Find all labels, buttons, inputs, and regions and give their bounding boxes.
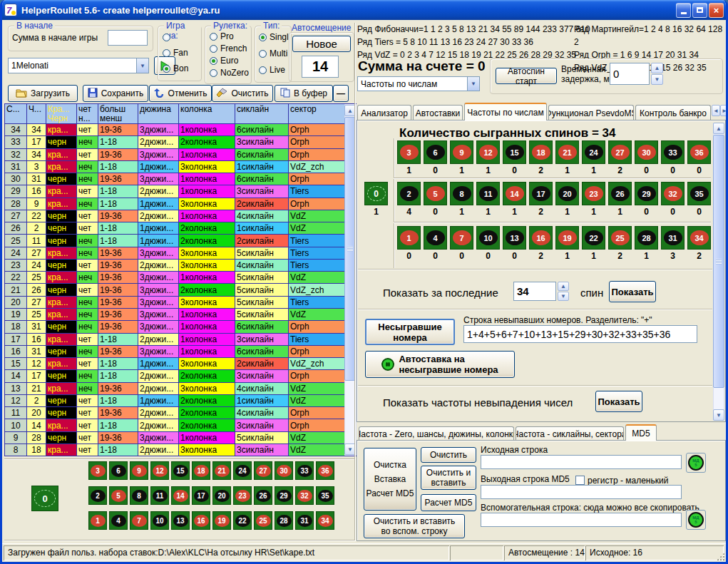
history-row[interactable]: 1631черннеч19-363дюжи...1колонка6сиклайн… [5, 346, 345, 358]
history-row[interactable]: 1014кра...чет1-182дюжи...2колонка3сиклай… [5, 419, 345, 431]
history-row[interactable]: 2027кра...неч19-363дюжи...3колонка5сикла… [5, 297, 345, 309]
history-row[interactable]: 2427кра...неч19-363дюжи...3колонка5сикла… [5, 247, 345, 260]
radio-option-live[interactable]: Live [259, 65, 291, 75]
number-cell-21[interactable]: 21 [555, 140, 579, 164]
autobet-missed-button[interactable]: Автоставка нанесыгравшие номера [365, 351, 515, 378]
tab-анализатор[interactable]: Анализатор [357, 105, 411, 121]
board-zero-cell[interactable]: 0 [31, 486, 58, 511]
open-folder-button[interactable]: Загрузить [8, 85, 78, 102]
history-row[interactable]: 818кра...чет1-182дюжи...3колонка3сиклайн… [5, 444, 345, 456]
number-cell-35[interactable]: 35 [687, 182, 711, 205]
tabs-scroll-right-icon[interactable]: ► [720, 105, 728, 116]
radio-option-nozero[interactable]: NoZero [210, 68, 251, 78]
board-cell-18[interactable]: 18 [192, 461, 210, 480]
history-row[interactable]: 1512кра...чет1-181дюжи...3колонка2сиклай… [5, 358, 345, 370]
tab-md5[interactable]: MD5 [625, 424, 657, 441]
board-cell-6[interactable]: 6 [109, 461, 128, 480]
number-cell-7[interactable]: 7 [450, 226, 473, 250]
history-row[interactable]: 2324чернчет19-362дюжи...3колонка4сиклайн… [5, 260, 345, 272]
preset-combobox[interactable]: 1Melonati ▼ [8, 58, 149, 73]
column-header-parity[interactable]: четн... [77, 104, 98, 124]
history-row[interactable]: 2722чернчет19-362дюжи...1колонка4сиклайн… [5, 210, 345, 222]
board-cell-24[interactable]: 24 [233, 461, 252, 480]
number-cell-16[interactable]: 16 [529, 226, 553, 250]
column-header-color[interactable]: Кра...Черн [46, 104, 77, 124]
radio-icon[interactable] [210, 57, 217, 65]
board-cell-14[interactable]: 14 [171, 486, 190, 505]
md5-calc-button[interactable]: Расчет MD5 [421, 494, 476, 511]
number-cell-27[interactable]: 27 [608, 140, 632, 164]
board-cell-35[interactable]: 35 [316, 486, 334, 505]
board-cell-9[interactable]: 9 [130, 461, 148, 480]
radio-option-bon[interactable]: Bon [163, 63, 201, 73]
spin-up-icon[interactable]: ▲ [651, 63, 663, 73]
board-cell-26[interactable]: 26 [254, 486, 272, 505]
column-header-sector[interactable]: сектор [289, 104, 345, 124]
column-header-range[interactable]: большменш [98, 104, 138, 124]
tab-частоты-по-числам[interactable]: Частоты по числам [464, 103, 547, 121]
board-cell-20[interactable]: 20 [212, 486, 231, 505]
number-cell-8[interactable]: 8 [450, 182, 473, 205]
missed-numbers-input[interactable] [463, 325, 697, 343]
radio-option-singl[interactable]: Singl [259, 32, 291, 42]
number-cell-20[interactable]: 20 [555, 182, 579, 205]
aux-string-input[interactable] [481, 513, 682, 527]
number-cell-23[interactable]: 23 [582, 182, 605, 205]
floppy-disk-button[interactable]: Сохранить [83, 85, 148, 102]
output-string-input[interactable] [481, 485, 682, 499]
board-cell-33[interactable]: 33 [295, 461, 314, 480]
spin-down-icon[interactable]: ▼ [651, 74, 663, 85]
number-cell-25[interactable]: 25 [608, 226, 632, 250]
radio-option-french[interactable]: French [210, 43, 251, 53]
scroll-up-icon[interactable]: ▲ [713, 123, 724, 134]
column-header-sixline[interactable]: сиклайн [235, 104, 289, 124]
number-cell-28[interactable]: 28 [635, 226, 658, 250]
radio-option-pro[interactable]: Pro [210, 31, 251, 41]
board-cell-10[interactable]: 10 [150, 511, 169, 530]
radio-option-euro[interactable]: Euro [210, 56, 251, 66]
history-row[interactable]: 3434кра...чет19-363дюжи...1колонка6сикла… [5, 124, 345, 136]
history-row[interactable]: 1321кра...неч19-362дюжи...3колонка4сикла… [5, 383, 345, 395]
md5-clear-and-paste-button[interactable]: Очистить и вставить [421, 466, 476, 490]
number-cell-17[interactable]: 17 [529, 182, 553, 205]
radio-icon[interactable] [210, 33, 217, 41]
history-row[interactable]: 2916кра...чет1-182дюжи...1колонка3сиклай… [5, 185, 345, 198]
close-button[interactable]: × [709, 3, 724, 18]
radio-icon[interactable] [210, 45, 217, 53]
start-sum-input[interactable] [108, 30, 148, 46]
radio-icon[interactable] [259, 50, 267, 58]
board-cell-12[interactable]: 12 [150, 461, 169, 480]
board-cell-4[interactable]: 4 [109, 511, 128, 530]
history-row[interactable]: 313кра...неч1-181дюжи...3колонка1сиклайн… [5, 161, 345, 173]
board-cell-17[interactable]: 17 [192, 486, 210, 505]
spin-down-icon[interactable]: ▼ [558, 292, 569, 301]
radio-option-multi[interactable]: Multi [259, 48, 291, 58]
tabs-scroll-left-icon[interactable]: ◄ [712, 105, 720, 116]
tab-контроль-банкро[interactable]: Контроль банкро [635, 105, 711, 121]
board-cell-28[interactable]: 28 [275, 511, 293, 530]
missed-numbers-button[interactable]: Несыгравшие номера [365, 319, 455, 345]
board-cell-23[interactable]: 23 [233, 486, 252, 505]
board-cell-30[interactable]: 30 [275, 461, 293, 480]
board-cell-29[interactable]: 29 [275, 486, 293, 505]
history-row[interactable]: 1925кра...неч19-363дюжи...1колонка5сикла… [5, 309, 345, 321]
source-string-input[interactable] [481, 455, 682, 469]
tab-freq-1[interactable]: Частота - сиклайны, сектора [516, 426, 624, 441]
number-cell-31[interactable]: 31 [661, 226, 685, 250]
board-cell-13[interactable]: 13 [171, 511, 190, 530]
board-cell-8[interactable]: 8 [130, 486, 148, 505]
tab-автоставки[interactable]: Автоставки [413, 105, 463, 121]
history-row[interactable]: 3234кра...чет19-363дюжи...1колонка6сикла… [5, 149, 345, 161]
md5-clear-paste-calc-button[interactable]: Очистка Вставка Расчет MD5 [364, 448, 416, 511]
board-cell-34[interactable]: 34 [316, 511, 334, 530]
board-cell-31[interactable]: 31 [295, 511, 314, 530]
spin-up-icon[interactable]: ▲ [558, 282, 569, 291]
board-cell-32[interactable]: 32 [295, 486, 314, 505]
board-cell-16[interactable]: 16 [192, 511, 210, 530]
number-cell-1[interactable]: 1 [397, 226, 421, 250]
number-cell-9[interactable]: 9 [450, 140, 473, 164]
minimize-button[interactable] [676, 3, 691, 18]
chevron-down-icon[interactable]: ▼ [136, 58, 148, 73]
show-missed-freq-button[interactable]: Показать [595, 391, 642, 412]
board-cell-7[interactable]: 7 [130, 511, 148, 530]
